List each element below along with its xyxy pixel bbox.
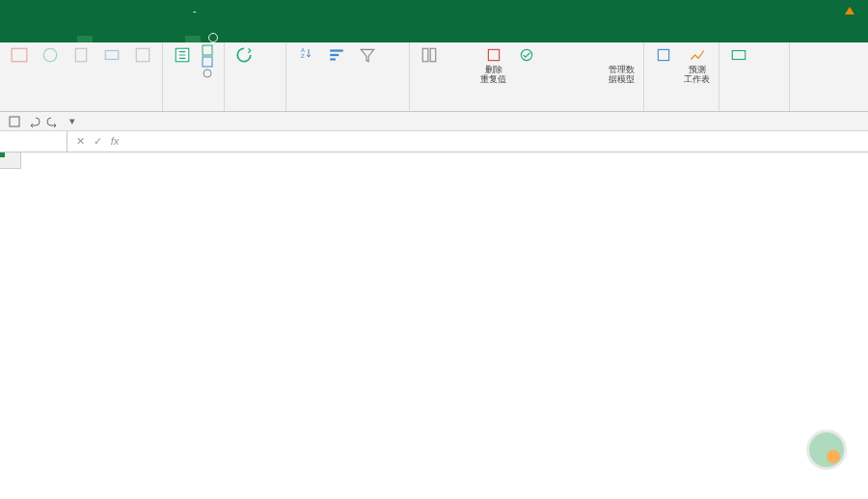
svg-rect-2 xyxy=(75,48,86,62)
sort-button[interactable] xyxy=(323,44,350,67)
cancel-formula-icon[interactable]: ✕ xyxy=(73,135,87,148)
from-web-button xyxy=(37,44,64,67)
ribbon: AZ 删除重复值 管理数据模型 预测工作表 xyxy=(0,42,868,112)
group-button[interactable] xyxy=(725,44,752,67)
quick-access-toolbar: ▾ xyxy=(0,112,868,131)
svg-rect-0 xyxy=(12,48,27,62)
svg-rect-4 xyxy=(136,48,149,62)
connections-button xyxy=(261,44,280,56)
group-forecast: 预测工作表 xyxy=(644,42,719,111)
reapply-button xyxy=(385,56,403,68)
advanced-filter-button[interactable] xyxy=(385,68,403,79)
column-headers xyxy=(21,152,868,169)
ribbon-tabs xyxy=(0,21,868,42)
clear-filter-button xyxy=(385,44,403,56)
svg-rect-18 xyxy=(658,49,668,60)
tab-review[interactable] xyxy=(93,36,108,42)
filter-button[interactable] xyxy=(354,44,381,67)
spreadsheet-grid[interactable] xyxy=(0,152,868,499)
tab-view[interactable] xyxy=(108,36,123,42)
from-table-button[interactable] xyxy=(200,56,218,68)
relationships-button xyxy=(575,44,602,67)
from-other-button xyxy=(98,44,125,67)
window-title: - xyxy=(193,5,197,16)
save-icon[interactable] xyxy=(8,115,21,128)
enter-formula-icon[interactable]: ✓ xyxy=(91,135,104,148)
svg-rect-6 xyxy=(203,45,212,55)
sort-az-button[interactable]: AZ xyxy=(292,44,319,62)
svg-rect-19 xyxy=(732,51,746,60)
name-box[interactable] xyxy=(0,131,68,152)
undo-icon[interactable] xyxy=(27,115,41,128)
warning-icon xyxy=(845,7,854,14)
data-validation-button[interactable] xyxy=(513,44,540,67)
svg-text:Z: Z xyxy=(301,53,305,59)
flash-fill-button xyxy=(447,44,474,67)
group-external-data xyxy=(0,42,163,111)
tab-formulas[interactable] xyxy=(62,36,77,42)
svg-rect-16 xyxy=(488,49,499,60)
svg-point-1 xyxy=(43,48,57,62)
svg-rect-11 xyxy=(330,49,343,51)
svg-rect-20 xyxy=(10,117,19,126)
consolidate-button[interactable] xyxy=(544,44,571,67)
properties-button xyxy=(261,56,280,68)
from-text-button xyxy=(68,44,95,67)
edit-links-button xyxy=(261,68,280,79)
remove-duplicates-button[interactable]: 删除重复值 xyxy=(477,44,509,86)
group-outline xyxy=(719,42,790,111)
svg-point-17 xyxy=(521,49,531,60)
tab-page-layout[interactable] xyxy=(46,36,62,42)
show-queries-button[interactable] xyxy=(200,44,218,56)
svg-point-8 xyxy=(203,69,211,77)
tab-pdf[interactable] xyxy=(170,36,185,42)
tab-insert[interactable] xyxy=(31,36,46,42)
svg-rect-15 xyxy=(430,48,436,62)
new-query-button[interactable] xyxy=(169,44,196,67)
svg-rect-13 xyxy=(330,58,336,60)
formula-input[interactable] xyxy=(127,140,868,144)
tab-table-design[interactable] xyxy=(185,36,201,42)
text-to-columns-button[interactable] xyxy=(416,44,443,67)
group-sort-filter: AZ xyxy=(286,42,410,111)
data-model-button[interactable]: 管理数据模型 xyxy=(606,44,637,86)
svg-rect-14 xyxy=(422,48,428,62)
tab-help[interactable] xyxy=(154,36,170,42)
bulb-icon xyxy=(208,33,218,42)
refresh-all-button[interactable] xyxy=(231,44,258,67)
title-bar: - xyxy=(0,0,868,21)
name-box-input[interactable] xyxy=(6,136,61,148)
ungroup-button[interactable] xyxy=(756,44,783,67)
group-data-tools: 删除重复值 管理数据模型 xyxy=(410,42,644,111)
recent-sources-button[interactable] xyxy=(200,68,218,79)
group-get-transform xyxy=(163,42,225,111)
tab-templates[interactable] xyxy=(123,36,139,42)
fx-icon[interactable]: fx xyxy=(108,135,122,148)
svg-rect-3 xyxy=(105,51,119,60)
get-transform-minis xyxy=(200,44,218,79)
qat-customize-icon[interactable]: ▾ xyxy=(66,115,79,128)
what-if-button[interactable] xyxy=(650,44,677,67)
tab-developer[interactable] xyxy=(139,36,154,42)
svg-rect-12 xyxy=(330,54,339,56)
tab-data[interactable] xyxy=(77,36,93,42)
from-access-button xyxy=(6,44,33,67)
tell-me[interactable] xyxy=(208,33,222,42)
existing-connections-button xyxy=(129,44,156,67)
formula-bar: ✕ ✓ fx xyxy=(0,131,868,152)
svg-rect-7 xyxy=(203,57,212,67)
redo-icon[interactable] xyxy=(46,115,60,128)
forecast-sheet-button[interactable]: 预测工作表 xyxy=(681,44,713,86)
group-connections xyxy=(225,42,286,111)
cells-area[interactable] xyxy=(21,169,868,499)
tab-home[interactable] xyxy=(15,36,31,42)
tab-file[interactable] xyxy=(0,36,15,42)
user-account[interactable] xyxy=(845,7,858,14)
select-all-cell[interactable] xyxy=(0,152,21,169)
